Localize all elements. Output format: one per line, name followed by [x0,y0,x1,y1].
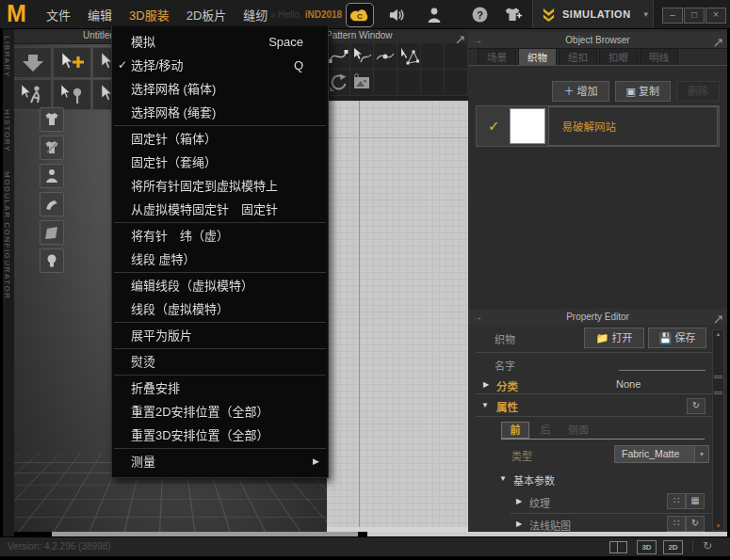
pin-tool-button[interactable] [53,79,91,110]
avatar-icon[interactable] [40,164,64,188]
copy-fabric-button[interactable]: ▣ 复制 [615,81,671,102]
texture-image-tool-button[interactable] [350,70,374,96]
refresh-icon[interactable]: ↻ [686,516,705,532]
menu-item-tack-segment[interactable]: 线段 虚特） [112,248,328,271]
fabric-name-area[interactable]: 易破解网站 [548,106,718,146]
menu-item-fold-arrangement[interactable]: 折叠安排 [112,376,328,400]
menu-item-select-mesh-lasso[interactable]: 选择网格 (绳套) [112,101,328,124]
edit-curve-tool-button[interactable] [350,43,374,70]
simulation-mode-selector[interactable]: SIMULATION ▼ [532,0,654,28]
menu-item-tack-virtual[interactable]: 将有针 纬（虚） [112,224,328,248]
fabric-swatch[interactable] [510,108,545,144]
property-scrollbar[interactable]: ▲ ▼ [712,329,724,531]
category-label[interactable]: 分类 [496,378,518,393]
grid-options-icon[interactable]: ∷ [667,493,686,509]
tab-scene[interactable]: 场景 [478,48,516,66]
scroll-up-icon[interactable]: ▲ [713,331,723,337]
property-label[interactable]: 属性 [496,399,518,414]
menu-edit[interactable]: 编辑 [88,6,112,24]
scroll-down-icon[interactable]: ▼ [713,523,723,529]
texture-slot-icon[interactable]: ▦ [686,493,705,509]
fabric-list-item[interactable]: ✓ 易破解网站 [476,105,720,147]
close-button[interactable]: × [706,8,726,24]
menu-item-measure[interactable]: 测量▶ [112,450,328,473]
view-3d-button[interactable]: 3D [637,540,657,554]
menu-3d-garment[interactable]: 3D服装 [129,6,170,24]
head-icon[interactable] [40,248,64,273]
expand-icon[interactable] [714,36,722,52]
walk-avatar-tool-button[interactable] [13,79,52,110]
menu-item-pin-lasso[interactable]: 固定针（套绳） [112,151,328,174]
edit-pattern-tool-button[interactable] [397,43,421,70]
empty-tool-cell[interactable] [397,70,421,96]
add-point-tool-button[interactable] [374,43,397,70]
menu-file[interactable]: 文件 [46,6,71,24]
help-icon[interactable]: ? [467,6,492,24]
face-tab-side[interactable]: 侧面 [561,423,595,438]
grid-options-icon[interactable]: ∷ [667,516,686,532]
tab-fabric[interactable]: 织物 [518,48,557,66]
garment-add-icon[interactable] [500,6,525,24]
collapsed-arrow-icon[interactable]: ▶ [516,520,522,528]
sidebar-item-history[interactable]: HISTORY [3,109,11,152]
clo-cloud-icon[interactable]: C [346,3,374,27]
empty-tool-cell[interactable] [421,70,445,96]
shirt-icon[interactable] [40,107,64,132]
save-fabric-button[interactable]: 💾 保存 [648,328,706,348]
open-fabric-button[interactable]: 📁 打开 [584,328,644,348]
arm-icon[interactable] [40,192,64,216]
add-fabric-button[interactable]: ＋ 增加 [552,81,608,102]
tab-button[interactable]: 纽扣 [559,48,597,66]
maximize-button[interactable]: □ [684,8,705,24]
fabric-piece-icon[interactable] [40,220,64,245]
face-tab-front[interactable]: 前 [501,422,529,439]
menu-item-select-move[interactable]: ✓选择/移动Q [112,54,328,77]
menu-item-reset-3d-arrangement[interactable]: 重置3D安排位置（全部） [112,424,328,447]
collapsed-arrow-icon[interactable]: ▶ [516,497,522,505]
mode-caret-icon[interactable]: ▼ [642,10,650,19]
name-input[interactable] [619,370,706,371]
dock-arrow-icon[interactable]: → [473,309,482,325]
speaker-icon[interactable] [384,6,409,24]
dropdown-caret-icon[interactable]: ▼ [694,445,709,463]
refresh-icon[interactable]: ↻ [687,398,706,414]
tab-topstitch[interactable]: 明线 [640,48,678,66]
expanded-arrow-icon[interactable]: ▼ [481,401,489,409]
menu-sewing[interactable]: 缝纫 [243,6,268,24]
dock-arrow-icon[interactable]: → [473,32,482,48]
empty-tool-cell[interactable] [445,70,468,96]
empty-tool-cell[interactable] [421,43,445,70]
menu-item-simulate[interactable]: 模拟Space [112,30,328,54]
split-view-icon[interactable] [609,541,627,553]
type-dropdown[interactable]: Fabric_Matte [614,445,700,463]
collapsed-arrow-icon[interactable]: ▶ [483,380,489,389]
account-icon[interactable] [422,6,446,24]
basic-params-label[interactable]: 基本参数 [513,472,555,488]
empty-tool-cell[interactable] [374,70,397,96]
view-2d-button[interactable]: 2D [663,540,683,554]
menu-item-edit-segment-avatar[interactable]: 编辑线段（虚拟模特） [112,274,328,297]
menu-item-pin-all-to-avatar[interactable]: 将所有针固定到虚拟模特上 [112,174,328,198]
menu-item-flatten-to-pattern[interactable]: 展平为版片 [112,324,328,347]
select-move-tool-button[interactable] [53,47,91,78]
arrow-down-tool-button[interactable] [13,47,52,78]
empty-tool-cell[interactable] [445,43,468,70]
sync-refresh-icon[interactable]: ↻ [703,539,712,552]
menu-item-pin-box[interactable]: 固定针（箱体） [112,127,328,151]
pattern-canvas[interactable] [327,101,468,527]
curve-tool-button[interactable] [327,43,350,70]
tab-buttonhole[interactable]: 扣眼 [599,48,638,66]
check-icon[interactable]: ✓ [488,118,500,135]
menu-item-reset-2d-arrangement[interactable]: 重置2D安排位置（全部） [112,400,328,424]
minimize-button[interactable]: – [662,8,683,24]
menu-item-iron[interactable]: 熨烫 [112,350,328,374]
expanded-arrow-icon[interactable]: ▼ [499,474,507,483]
texture-label[interactable]: 纹理 [529,495,550,510]
rotate-tool-button[interactable] [327,70,350,96]
normal-map-label[interactable]: 法线贴图 [529,518,571,533]
face-tab-back[interactable]: 后 [533,423,558,438]
menu-2d-pattern[interactable]: 2D板片 [187,6,227,24]
scroll-handle[interactable] [714,376,722,394]
sidebar-item-library[interactable]: LIBRARY [3,36,11,78]
menu-item-select-mesh-box[interactable]: 选择网格 (箱体) [112,77,328,101]
